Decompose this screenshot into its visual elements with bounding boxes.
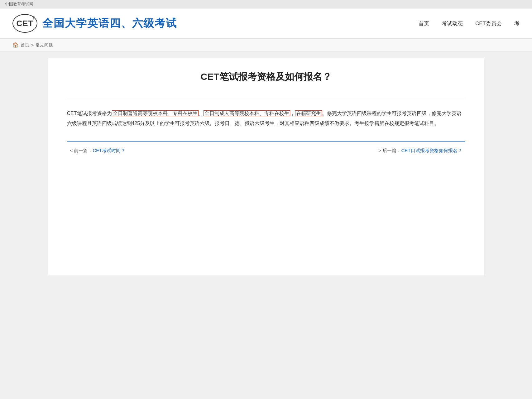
breadcrumb-home[interactable]: 首页 bbox=[21, 42, 29, 48]
next-label: > 后一篇： bbox=[379, 148, 401, 153]
next-nav: > 后一篇：CET口试报考资格如何报名？ bbox=[379, 148, 462, 154]
prev-label: < 前一篇： bbox=[70, 148, 93, 153]
cet-logo-text: CET bbox=[17, 19, 34, 28]
site-title: 全国大学英语四、六级考试 bbox=[42, 16, 177, 31]
breadcrumb-current: 常见问题 bbox=[36, 42, 53, 48]
prev-nav: < 前一篇：CET考试时间？ bbox=[70, 148, 126, 154]
prev-link[interactable]: CET考试时间？ bbox=[93, 148, 125, 153]
breadcrumb-separator: > bbox=[31, 43, 34, 48]
bottom-navigation: < 前一篇：CET考试时间？ > 后一篇：CET口试报考资格如何报名？ bbox=[67, 148, 465, 154]
body-prefix: CET笔试报考资格为 bbox=[67, 111, 112, 116]
highlight1: 全日制普通高等院校本科、专科在校生 bbox=[112, 110, 199, 116]
logo-area: CET ® 全国大学英语四、六级考试 bbox=[12, 14, 177, 33]
article-paragraph: CET笔试报考资格为全日制普通高等院校本科、专科在校生、全日制成人高等院校本科、… bbox=[67, 108, 465, 128]
main-nav: 首页 考试动态 CET委员会 考 bbox=[419, 20, 520, 27]
bottom-divider bbox=[67, 141, 465, 142]
nav-committee[interactable]: CET委员会 bbox=[475, 20, 502, 27]
nav-more[interactable]: 考 bbox=[514, 20, 520, 27]
breadcrumb: 🏠 首页 > 常见问题 bbox=[0, 39, 532, 51]
nav-news[interactable]: 考试动态 bbox=[442, 20, 463, 27]
article-title: CET笔试报考资格及如何报名？ bbox=[67, 70, 465, 89]
next-link[interactable]: CET口试报考资格如何报名？ bbox=[401, 148, 462, 153]
highlight3: 在籍研究生 bbox=[295, 110, 322, 116]
top-bar-label: 中国教育考试网 bbox=[5, 2, 33, 6]
nav-home[interactable]: 首页 bbox=[419, 20, 429, 27]
top-bar: 中国教育考试网 bbox=[0, 0, 532, 8]
main-content: CET笔试报考资格及如何报名？ CET笔试报考资格为全日制普通高等院校本科、专科… bbox=[48, 58, 484, 276]
header: CET ® 全国大学英语四、六级考试 首页 考试动态 CET委员会 考 bbox=[0, 8, 532, 39]
cet-logo: CET ® bbox=[12, 14, 37, 33]
home-icon: 🏠 bbox=[12, 42, 19, 48]
article-body: CET笔试报考资格为全日制普通高等院校本科、专科在校生、全日制成人高等院校本科、… bbox=[67, 108, 465, 128]
title-divider bbox=[67, 99, 465, 99]
registered-symbol: ® bbox=[33, 16, 35, 19]
highlight2: 全日制成人高等院校本科、专科在校生 bbox=[204, 110, 290, 116]
